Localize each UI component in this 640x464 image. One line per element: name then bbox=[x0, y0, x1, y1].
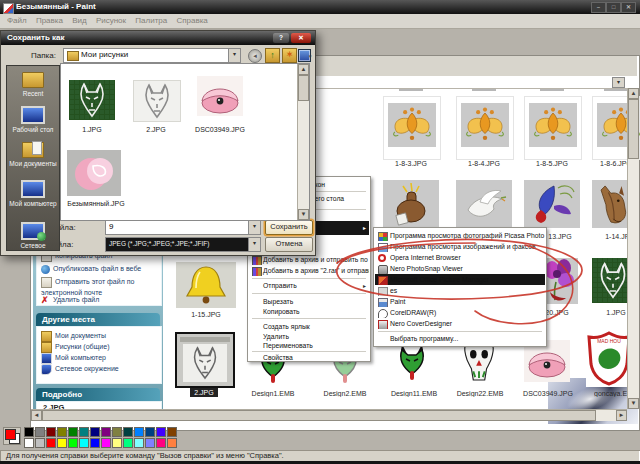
palette-swatch[interactable] bbox=[35, 438, 45, 448]
palette-swatch[interactable] bbox=[101, 438, 111, 448]
filetype-combobox[interactable]: JPEG (*.JPG;*.JPEG;*.JPE;*.JFIF) ▾ bbox=[105, 237, 261, 252]
palette-swatch[interactable] bbox=[101, 427, 111, 437]
open-with-es[interactable]: es bbox=[375, 285, 545, 296]
palette-swatch[interactable] bbox=[68, 427, 78, 437]
palette-swatch[interactable] bbox=[145, 438, 155, 448]
file-label[interactable]: Design1.EMB bbox=[247, 390, 299, 397]
palette-swatch[interactable] bbox=[57, 438, 67, 448]
file-label[interactable]: Design22.EMB bbox=[452, 390, 508, 397]
back-icon[interactable]: ◂ bbox=[248, 49, 262, 63]
context-menu-item-cut[interactable]: Вырезать bbox=[249, 297, 369, 307]
up-one-level-icon[interactable]: ↑ bbox=[265, 48, 280, 63]
place-network[interactable]: Сетевое окружение bbox=[41, 364, 119, 375]
scroll-up-icon[interactable]: ▲ bbox=[628, 88, 639, 99]
context-menu-item-add-archive-email[interactable]: Добавить в архив и отправить по e-mail..… bbox=[249, 255, 369, 265]
open-with-opera[interactable]: Opera Internet Browser bbox=[375, 252, 545, 263]
dialog-file-label[interactable]: 1.JPG bbox=[69, 126, 115, 133]
save-button[interactable]: Сохранить bbox=[265, 220, 313, 235]
thumbnail-1-8-4[interactable] bbox=[456, 96, 514, 160]
menu-palette[interactable]: Палитра bbox=[135, 16, 167, 25]
scroll-down-icon[interactable]: ▼ bbox=[628, 398, 639, 409]
scroll-up-icon[interactable]: ▲ bbox=[298, 64, 309, 75]
palette-swatch[interactable] bbox=[24, 438, 34, 448]
dialog-list-scrollbar[interactable]: ▲ ▼ bbox=[297, 64, 309, 220]
menu-image[interactable]: Рисунок bbox=[96, 16, 126, 25]
palette-swatch[interactable] bbox=[35, 427, 45, 437]
dialog-file-label[interactable]: DSC03949.JPG bbox=[189, 126, 251, 133]
palette-swatch[interactable] bbox=[24, 427, 34, 437]
palette-swatch[interactable] bbox=[79, 438, 89, 448]
file-label[interactable]: DSC03949.JPG bbox=[518, 390, 578, 397]
menu-file[interactable]: Файл bbox=[7, 16, 27, 25]
thumbnail-1-8-5[interactable] bbox=[524, 96, 582, 160]
file-label[interactable]: Design11.EMB bbox=[386, 390, 442, 397]
place-shared-pictures[interactable]: Рисунки (общие) bbox=[41, 342, 110, 353]
place-desktop[interactable]: Рабочий стол bbox=[7, 106, 59, 133]
palette-swatch[interactable] bbox=[167, 427, 177, 437]
context-menu-item-properties[interactable]: Свойства bbox=[249, 353, 369, 363]
context-menu-item-add-archive-2rar-email[interactable]: Добавить в архив "2.rar" и отправить по … bbox=[249, 266, 369, 276]
context-menu-item-send-to[interactable]: Отправить▸ bbox=[249, 281, 369, 291]
open-with-nero-photosnap[interactable]: Nero PhotoSnap Viewer bbox=[375, 263, 545, 274]
details-header[interactable]: Подробно bbox=[36, 388, 160, 401]
place-my-documents[interactable]: Мои документы bbox=[41, 331, 106, 342]
thumbnail-shield[interactable]: MAD HOU bbox=[586, 330, 633, 387]
vertical-scrollbar[interactable]: ▲ ▼ bbox=[627, 88, 639, 409]
scroll-right-icon[interactable]: ► bbox=[616, 410, 627, 421]
scroll-down-icon[interactable]: ▼ bbox=[298, 209, 309, 220]
file-label[interactable]: 1-8-4.JPG bbox=[456, 160, 512, 167]
palette-swatch[interactable] bbox=[112, 427, 122, 437]
cancel-button[interactable]: Отмена bbox=[265, 237, 313, 252]
minimize-button[interactable]: – bbox=[591, 2, 606, 13]
scroll-thumb[interactable] bbox=[298, 75, 309, 101]
folder-combobox[interactable]: Мои рисунки ▾ bbox=[63, 48, 241, 63]
context-menu-item-rename[interactable]: Переименовать bbox=[249, 341, 369, 351]
views-caret-icon[interactable]: ▾ bbox=[309, 53, 312, 59]
palette-swatch[interactable] bbox=[167, 438, 177, 448]
palette-swatch[interactable] bbox=[90, 427, 100, 437]
file-label[interactable]: 1-15.JPG bbox=[176, 311, 236, 318]
thumbnail-1-8-3[interactable] bbox=[383, 96, 441, 160]
chevron-down-icon[interactable]: ▾ bbox=[228, 49, 240, 62]
place-computer[interactable]: Мой компьютер bbox=[7, 180, 59, 207]
context-menu-item-create-shortcut[interactable]: Создать ярлык bbox=[249, 322, 369, 332]
thumbnail-fist[interactable] bbox=[383, 180, 439, 228]
vertical-scroll-thumb[interactable] bbox=[628, 99, 639, 159]
filename-combobox[interactable]: ▾ bbox=[105, 220, 261, 235]
place-network[interactable]: Сетевое bbox=[7, 222, 59, 249]
place-documents[interactable]: Мои документы bbox=[7, 142, 59, 167]
filename-input[interactable] bbox=[107, 222, 247, 231]
menu-help[interactable]: Справка bbox=[176, 16, 207, 25]
dialog-thumbnail-1jpg[interactable] bbox=[69, 80, 115, 120]
place-recent[interactable]: Recent bbox=[7, 72, 59, 97]
chevron-down-icon[interactable]: ▾ bbox=[248, 238, 260, 251]
thumbnail-2jpg-selected[interactable] bbox=[175, 332, 235, 388]
file-label[interactable]: 1-8-3.JPG bbox=[383, 160, 439, 167]
palette-swatch[interactable] bbox=[46, 427, 56, 437]
palette-swatch[interactable] bbox=[134, 427, 144, 437]
palette-swatch[interactable] bbox=[156, 427, 166, 437]
palette-swatch[interactable] bbox=[46, 438, 56, 448]
foreground-color-swatch[interactable] bbox=[5, 429, 16, 440]
palette-swatch[interactable] bbox=[145, 427, 155, 437]
open-with-picasa[interactable]: Программа просмотра фотографий Picasa Ph… bbox=[375, 230, 545, 241]
address-dropdown-icon[interactable]: ▾ bbox=[612, 77, 625, 88]
task-email-file[interactable]: Отправить этот файл по электронной почте bbox=[41, 277, 157, 297]
scroll-left-icon[interactable]: ◄ bbox=[31, 410, 42, 421]
context-menu-item-copy[interactable]: Копировать bbox=[249, 307, 369, 317]
dialog-thumbnail-dsc03949[interactable] bbox=[197, 76, 243, 116]
open-with-paint[interactable]: Paint bbox=[375, 296, 545, 307]
close-button[interactable]: ✕ bbox=[621, 2, 636, 13]
horizontal-scroll-thumb[interactable] bbox=[42, 410, 596, 421]
chevron-down-icon[interactable]: ▾ bbox=[248, 221, 260, 234]
palette-swatch[interactable] bbox=[156, 438, 166, 448]
open-with-nero-coverdesigner[interactable]: Nero CoverDesigner bbox=[375, 318, 545, 329]
dialog-close-button[interactable]: ✕ bbox=[291, 33, 311, 43]
thumbnail-bird[interactable] bbox=[524, 180, 580, 228]
palette-swatch[interactable] bbox=[68, 438, 78, 448]
palette-swatch[interactable] bbox=[57, 427, 67, 437]
thumbnail-dove[interactable] bbox=[456, 180, 512, 228]
dialog-file-label[interactable]: 2.JPG bbox=[133, 126, 179, 133]
dialog-help-button[interactable]: ? bbox=[273, 33, 289, 43]
palette-swatch[interactable] bbox=[112, 438, 122, 448]
